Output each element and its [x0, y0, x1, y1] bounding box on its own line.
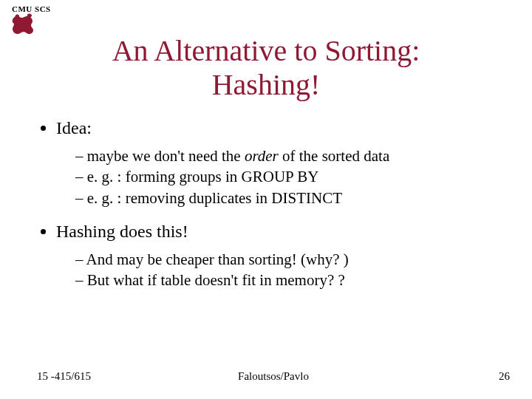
sub-idea-1-emph: order [245, 147, 279, 165]
sub-idea-3: e. g. : removing duplicates in DISTINCT [75, 188, 502, 208]
slide-body: Idea: maybe we don't need the order of t… [37, 118, 502, 304]
scotty-dog-icon [10, 13, 35, 35]
bullet-idea: Idea: maybe we don't need the order of t… [56, 118, 502, 208]
sub-idea-1: maybe we don't need the order of the sor… [75, 146, 502, 166]
header: CMU SCS [10, 4, 51, 13]
title-line-1: An Alternative to Sorting: [112, 34, 420, 67]
bullet-hashing-label: Hashing does this! [56, 222, 188, 241]
bullet-hashing: Hashing does this! And may be cheaper th… [56, 222, 502, 291]
slide: CMU SCS An Alternative to Sorting: Hashi… [0, 0, 532, 399]
bullet-idea-label: Idea: [56, 118, 92, 137]
sub-idea-1-post: of the sorted data [279, 147, 389, 165]
sub-hashing-1: And may be cheaper than sorting! (why? ) [75, 249, 502, 270]
footer-course: 15 -415/615 [37, 370, 91, 383]
title-line-2: Hashing! [212, 68, 321, 101]
sub-idea-2: e. g. : forming groups in GROUP BY [75, 166, 502, 187]
slide-title: An Alternative to Sorting: Hashing! [0, 34, 532, 102]
sub-idea-1-pre: maybe we don't need the [87, 147, 245, 165]
bullet-list: Idea: maybe we don't need the order of t… [37, 118, 502, 291]
org-label: CMU SCS [12, 4, 51, 13]
bullet-idea-sublist: maybe we don't need the order of the sor… [56, 146, 502, 208]
slide-footer: 15 -415/615 Faloutsos/Pavlo 26 [37, 370, 510, 383]
sub-hashing-2: But what if table doesn't fit in memory?… [75, 270, 502, 290]
footer-authors: Faloutsos/Pavlo [37, 370, 510, 383]
footer-page: 26 [499, 370, 510, 383]
bullet-hashing-sublist: And may be cheaper than sorting! (why? )… [56, 249, 502, 291]
